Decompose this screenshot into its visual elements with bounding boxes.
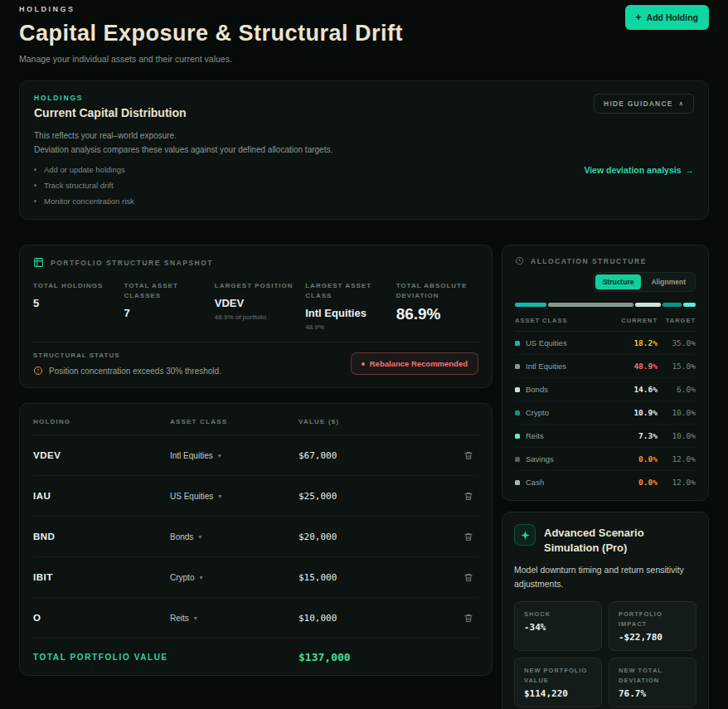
column-header-holding: HOLDING	[33, 418, 170, 425]
snapshot-header: PORTFOLIO STRUCTURE SNAPSHOT	[33, 257, 478, 268]
current-value: 48.9%	[614, 362, 658, 371]
delete-holding-button[interactable]	[459, 567, 478, 587]
stat-value: -$22,780	[619, 632, 687, 643]
total-portfolio-value-label: TOTAL PORTFOLIO VALUE	[33, 653, 298, 662]
asset-name-cell: Cash	[515, 478, 614, 487]
tab-alignment[interactable]: Alignment	[643, 274, 693, 289]
holding-ticker: VDEV	[33, 450, 170, 460]
asset-class-select[interactable]: Crypto ▾	[170, 573, 298, 582]
guidance-line: Deviation analysis compares these values…	[34, 143, 694, 158]
allocation-row: Cash 0.0% 12.0%	[515, 471, 696, 493]
table-row: IAU US Equities ▾ $25,000	[33, 476, 478, 517]
tab-structure[interactable]: Structure	[595, 274, 642, 289]
view-deviation-analysis-link[interactable]: View deviation analysis →	[584, 165, 694, 175]
stat-new-portfolio-value: NEW PORTFOLIO VALUE $114,220	[514, 658, 602, 707]
asset-name-cell: Crypto	[515, 408, 614, 417]
allocation-row: Reits 7.3% 10.0%	[515, 425, 696, 448]
stat-label: TOTAL ABSOLUTE DEVIATION	[396, 281, 478, 301]
stat-label: SHOCK	[524, 609, 592, 619]
scenario-stats-grid: SHOCK -34% PORTFOLIO IMPACT -$22,780 NEW…	[514, 601, 696, 707]
holdings-table-header: HOLDING ASSET CLASS VALUE ($)	[33, 407, 478, 435]
stat-label: NEW TOTAL DEVIATION	[619, 666, 687, 686]
holdings-table-card: HOLDING ASSET CLASS VALUE ($) VDEV Intl …	[19, 403, 493, 676]
guidance-line: This reflects your real–world exposure.	[34, 129, 694, 143]
allocation-row: Crypto 10.9% 10.0%	[515, 401, 696, 425]
guidance-bullet-list: Add or update holdings Track structural …	[34, 162, 134, 209]
stat-total-asset-classes: TOTAL ASSET CLASSES 7	[124, 281, 206, 331]
rebalance-recommended-badge: Rebalance Recommended	[351, 352, 478, 375]
add-holding-button[interactable]: + Add Holding	[625, 5, 709, 30]
asset-name: Bonds	[526, 385, 548, 394]
guidance-card: HOLDINGS Current Capital Distribution HI…	[19, 80, 709, 220]
stat-value: Intl Equities	[305, 307, 387, 319]
asset-name-cell: Intl Equities	[515, 362, 614, 371]
stat-value: 5	[33, 297, 115, 309]
structural-status-label: STRUCTURAL STATUS	[33, 352, 221, 359]
scenario-simulation-card: Advanced Scenario Simulation (Pro) Model…	[502, 512, 709, 709]
legend-square-icon	[515, 341, 520, 346]
asset-name-cell: Reits	[515, 431, 614, 440]
stat-largest-position: LARGEST POSITION VDEV 48.9% of portfolio	[215, 281, 297, 331]
chevron-up-icon: ∧	[679, 100, 684, 107]
holding-ticker: IAU	[33, 491, 170, 501]
chevron-down-icon: ▾	[218, 493, 221, 500]
snapshot-stats: TOTAL HOLDINGS 5 TOTAL ASSET CLASSES 7 L…	[33, 281, 478, 331]
holding-value: $10,000	[298, 613, 449, 624]
stat-total-holdings: TOTAL HOLDINGS 5	[33, 281, 115, 331]
guidance-bottom: Add or update holdings Track structural …	[34, 162, 694, 209]
trash-icon	[463, 613, 473, 624]
column-header-asset-class: ASSET CLASS	[170, 418, 298, 425]
asset-name-cell: Bonds	[515, 385, 614, 394]
legend-square-icon	[515, 480, 520, 485]
delete-holding-button[interactable]	[459, 486, 478, 506]
delete-holding-button[interactable]	[459, 527, 478, 546]
allocation-row: Intl Equities 48.9% 15.0%	[515, 355, 696, 378]
portfolio-snapshot-card: PORTFOLIO STRUCTURE SNAPSHOT TOTAL HOLDI…	[19, 245, 493, 388]
trash-icon	[463, 450, 473, 461]
asset-class-select[interactable]: Reits ▾	[170, 614, 298, 623]
asset-class-select[interactable]: Bonds ▾	[170, 532, 298, 541]
delete-holding-button[interactable]	[459, 608, 478, 628]
allocation-stacked-bar	[515, 303, 696, 307]
content-columns: PORTFOLIO STRUCTURE SNAPSHOT TOTAL HOLDI…	[19, 245, 709, 709]
asset-name: Crypto	[526, 408, 549, 417]
stat-value: $114,220	[524, 688, 592, 699]
rebalance-badge-label: Rebalance Recommended	[370, 359, 468, 368]
bar-segment	[683, 303, 696, 307]
holding-ticker: BND	[33, 532, 170, 541]
table-row: BND Bonds ▾ $20,000	[33, 517, 478, 557]
hide-guidance-button[interactable]: HIDE GUIDANCE ∧	[594, 94, 694, 114]
dot-icon	[362, 362, 365, 366]
stat-value: VDEV	[215, 297, 297, 309]
holdings-page: HOLDINGS Capital Exposure & Structural D…	[0, 0, 728, 709]
holding-value: $15,000	[298, 572, 449, 583]
tab-group: Structure Alignment	[593, 272, 696, 292]
asset-class-select[interactable]: Intl Equities ▾	[170, 451, 298, 460]
allocation-structure-card: ALLOCATION STRUCTURE Structure Alignment	[502, 245, 709, 501]
legend-square-icon	[515, 364, 520, 369]
current-value: 18.2%	[614, 338, 658, 347]
target-value: 10.0%	[658, 408, 696, 417]
view-deviation-analysis-label: View deviation analysis	[584, 165, 681, 175]
asset-class-value: US Equities	[170, 492, 213, 501]
structural-status: STRUCTURAL STATUS Position concentration…	[33, 352, 221, 376]
bullet-dot-icon	[34, 168, 36, 171]
left-column: PORTFOLIO STRUCTURE SNAPSHOT TOTAL HOLDI…	[19, 245, 493, 676]
guidance-eyebrow: HOLDINGS	[34, 94, 187, 102]
asset-class-select[interactable]: US Equities ▾	[170, 492, 298, 501]
guidance-bullet-label: Monitor concentration risk	[44, 197, 134, 206]
page-subtitle: Manage your individual assets and their …	[19, 54, 403, 64]
stat-label: LARGEST ASSET CLASS	[305, 281, 387, 301]
guidance-bullet-label: Track structural drift	[44, 181, 114, 190]
legend-square-icon	[515, 387, 520, 392]
hide-guidance-label: HIDE GUIDANCE	[604, 100, 673, 108]
holding-value: $67,000	[298, 450, 449, 461]
delete-holding-button[interactable]	[459, 445, 478, 465]
column-header-value: VALUE ($)	[298, 418, 449, 425]
asset-name: Reits	[526, 431, 544, 440]
page-header-text: HOLDINGS Capital Exposure & Structural D…	[19, 5, 403, 64]
asset-class-value: Bonds	[170, 532, 193, 541]
structural-status-text-row: Position concentration exceeds 30% thres…	[33, 366, 221, 376]
asset-name: Savings	[526, 454, 554, 464]
chevron-down-icon: ▾	[218, 452, 221, 459]
